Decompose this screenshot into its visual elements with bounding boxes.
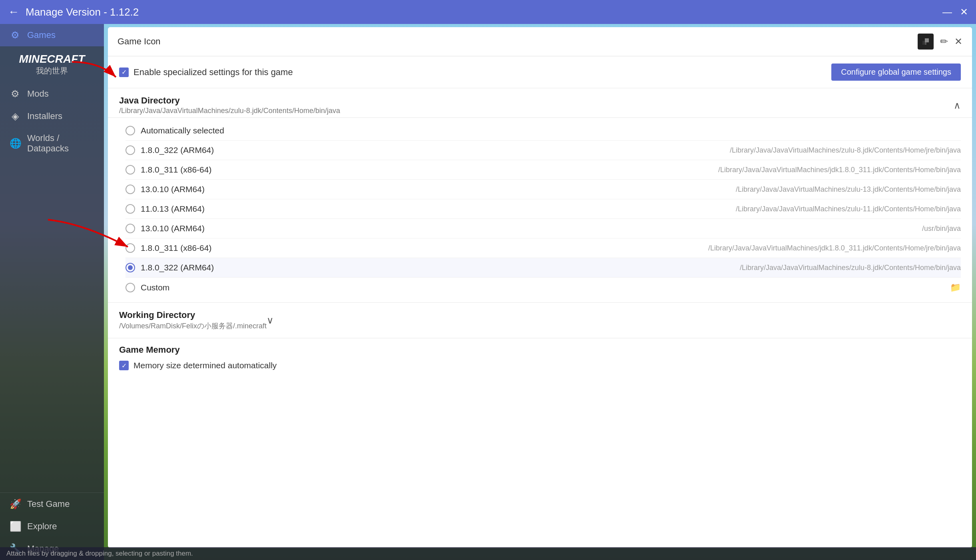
- game-memory-section: Game Memory ✓ Memory size determined aut…: [108, 338, 972, 377]
- game-icon: [918, 34, 934, 50]
- minimize-button[interactable]: —: [942, 6, 952, 18]
- radio-5-label: 13.0.10 (ARM64): [141, 224, 916, 233]
- sidebar-item-worlds[interactable]: 🌐 Worlds / Datapacks: [0, 127, 104, 159]
- java-directory-section-header[interactable]: Java Directory /Library/Java/JavaVirtual…: [108, 88, 972, 118]
- manage-version-dialog: Game Icon ✏ ✕ ✓ Enable specialized setti…: [108, 27, 972, 548]
- java-option-3[interactable]: 13.0.10 (ARM64) /Library/Java/JavaVirtua…: [125, 180, 961, 199]
- sidebar-label-explore: Explore: [27, 521, 57, 532]
- window-title: Manage Version - 1.12.2: [26, 6, 942, 18]
- java-options-list: Automatically selected 1.8.0_322 (ARM64)…: [108, 118, 972, 303]
- auto-memory-row: ✓ Memory size determined automatically: [119, 361, 961, 370]
- java-option-5[interactable]: 13.0.10 (ARM64) /usr/bin/java: [125, 219, 961, 238]
- back-button[interactable]: ←: [8, 6, 19, 18]
- mods-icon: ⚙: [10, 88, 21, 99]
- java-directory-title: Java Directory: [119, 95, 954, 106]
- java-option-4[interactable]: 11.0.13 (ARM64) /Library/Java/JavaVirtua…: [125, 199, 961, 219]
- annotation-arrow-1: [68, 58, 120, 82]
- installers-icon: ◈: [10, 111, 21, 122]
- sidebar-label-test: Test Game: [27, 499, 70, 509]
- explore-icon: ⬜: [10, 521, 21, 532]
- radio-1-label: 1.8.0_322 (ARM64): [141, 145, 724, 155]
- svg-rect-2: [922, 41, 925, 45]
- title-bar: ← Manage Version - 1.12.2 — ✕: [0, 0, 976, 24]
- dialog-header: Game Icon ✏ ✕: [108, 27, 972, 56]
- working-directory-section[interactable]: Working Directory /Volumes/RamDisk/Felix…: [108, 303, 972, 338]
- java-directory-path: /Library/Java/JavaVirtualMachines/zulu-8…: [119, 107, 954, 115]
- status-bar: Attach files by dragging & dropping, sel…: [0, 547, 976, 560]
- radio-2[interactable]: [125, 165, 135, 175]
- radio-auto-label: Automatically selected: [141, 126, 955, 135]
- enable-settings-checkbox-area: ✓ Enable specialized settings for this g…: [119, 67, 831, 77]
- dialog-content: ✓ Enable specialized settings for this g…: [108, 56, 972, 548]
- sidebar-item-installers[interactable]: ◈ Installers: [0, 105, 104, 127]
- java-option-2[interactable]: 1.8.0_311 (x86-64) /Library/Java/JavaVir…: [125, 160, 961, 180]
- sidebar: ⚙ Games MINECRAFT 我的世界 ⚙ Mods ◈ Installe…: [0, 24, 104, 560]
- radio-custom[interactable]: [125, 283, 135, 292]
- radio-7[interactable]: [125, 263, 135, 272]
- sidebar-label-worlds: Worlds / Datapacks: [27, 133, 94, 154]
- radio-6-path: /Library/Java/JavaVirtualMachines/jdk1.8…: [708, 244, 961, 252]
- working-directory-title-area: Working Directory /Volumes/RamDisk/Felix…: [119, 310, 267, 331]
- java-option-1[interactable]: 1.8.0_322 (ARM64) /Library/Java/JavaVirt…: [125, 141, 961, 160]
- enable-settings-checkbox[interactable]: ✓: [119, 68, 129, 77]
- sidebar-item-mods[interactable]: ⚙ Mods: [0, 83, 104, 105]
- auto-memory-checkbox[interactable]: ✓: [119, 361, 129, 370]
- radio-3-path: /Library/Java/JavaVirtualMachines/zulu-1…: [736, 185, 961, 194]
- window-controls: — ✕: [942, 6, 968, 18]
- close-button[interactable]: ✕: [960, 6, 968, 18]
- worlds-icon: 🌐: [10, 138, 21, 149]
- sidebar-item-explore[interactable]: ⬜ Explore: [0, 515, 104, 538]
- sidebar-item-test[interactable]: 🚀 Test Game: [0, 493, 104, 515]
- java-directory-title-area: Java Directory /Library/Java/JavaVirtual…: [119, 95, 954, 115]
- dialog-close-icon[interactable]: ✕: [954, 36, 962, 47]
- working-directory-expand-icon[interactable]: ∨: [267, 315, 274, 326]
- game-memory-title: Game Memory: [119, 345, 961, 355]
- radio-5-path: /usr/bin/java: [922, 224, 961, 233]
- java-option-6[interactable]: 1.8.0_311 (x86-64) /Library/Java/JavaVir…: [125, 238, 961, 258]
- edit-icon[interactable]: ✏: [940, 36, 948, 47]
- radio-1-path: /Library/Java/JavaVirtualMachines/zulu-8…: [730, 146, 961, 155]
- rocket-icon: 🚀: [10, 498, 21, 510]
- svg-rect-1: [925, 38, 929, 42]
- java-option-custom[interactable]: Custom 📁: [125, 278, 961, 298]
- java-option-auto[interactable]: Automatically selected: [125, 121, 961, 141]
- dialog-header-icons: ✏ ✕: [918, 34, 962, 50]
- radio-1[interactable]: [125, 145, 135, 155]
- sidebar-label-games: Games: [27, 30, 56, 40]
- radio-7-label: 1.8.0_322 (ARM64): [141, 263, 734, 272]
- auto-memory-label: Memory size determined automatically: [133, 361, 277, 370]
- dialog-title: Game Icon: [118, 36, 918, 47]
- enable-settings-label: Enable specialized settings for this gam…: [133, 67, 293, 77]
- working-directory-path: /Volumes/RamDisk/Felixの小服务器/.minecraft: [119, 321, 267, 331]
- radio-2-path: /Library/Java/JavaVirtualMachines/jdk1.8…: [718, 166, 961, 174]
- radio-3[interactable]: [125, 185, 135, 194]
- sidebar-item-games[interactable]: ⚙ Games: [0, 24, 104, 46]
- java-directory-collapse-icon[interactable]: ∧: [954, 100, 961, 111]
- radio-7-path: /Library/Java/JavaVirtualMachines/zulu-8…: [740, 264, 961, 272]
- radio-2-label: 1.8.0_311 (x86-64): [141, 165, 713, 175]
- sidebar-label-mods: Mods: [27, 89, 49, 99]
- radio-3-label: 13.0.10 (ARM64): [141, 185, 730, 194]
- radio-6-label: 1.8.0_311 (x86-64): [141, 243, 703, 253]
- annotation-arrow-2: [44, 216, 132, 252]
- radio-auto[interactable]: [125, 126, 135, 135]
- sidebar-label-installers: Installers: [27, 111, 62, 121]
- gear-icon: ⚙: [10, 30, 21, 41]
- radio-4[interactable]: [125, 204, 135, 214]
- enable-settings-row: ✓ Enable specialized settings for this g…: [108, 56, 972, 88]
- folder-icon[interactable]: 📁: [950, 282, 961, 293]
- working-directory-title: Working Directory: [119, 310, 267, 320]
- radio-4-label: 11.0.13 (ARM64): [141, 204, 730, 214]
- cube-icon: [922, 38, 930, 46]
- radio-custom-label: Custom: [141, 283, 939, 292]
- configure-global-button[interactable]: Configure global game settings: [831, 64, 961, 81]
- java-option-7[interactable]: 1.8.0_322 (ARM64) /Library/Java/JavaVirt…: [125, 258, 961, 278]
- radio-4-path: /Library/Java/JavaVirtualMachines/zulu-1…: [736, 205, 961, 213]
- status-text: Attach files by dragging & dropping, sel…: [6, 550, 193, 558]
